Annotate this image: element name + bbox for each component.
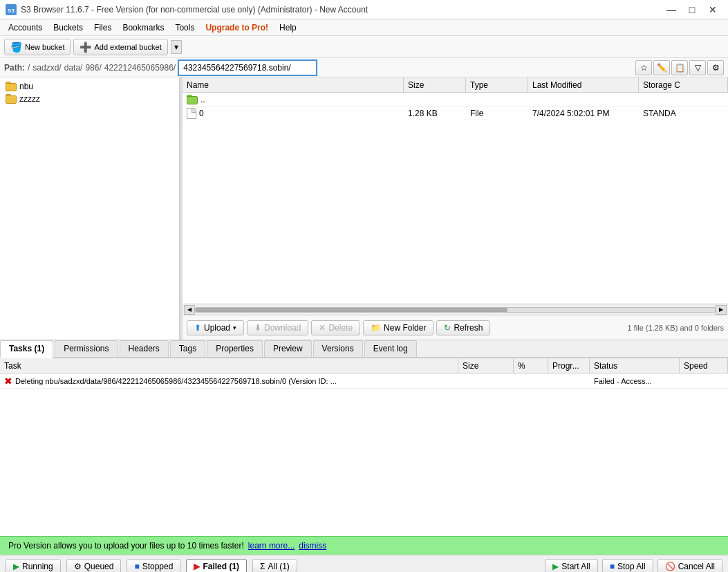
start-all-label: Start All — [561, 562, 590, 571]
tab-permissions[interactable]: Permissions — [55, 340, 118, 357]
download-button[interactable]: ⬇ Download — [247, 320, 308, 335]
tasks-col-pct[interactable]: % — [514, 358, 548, 373]
file-cell-name-1: 0 — [183, 108, 404, 119]
file-list-area: Name Size Type Last Modified Storage C .… — [183, 77, 728, 340]
col-header-modified[interactable]: Last Modified — [528, 77, 639, 92]
tasks-col-speed[interactable]: Speed — [680, 358, 728, 373]
tab-tags[interactable]: Tags — [170, 340, 205, 357]
path-sep: / — [28, 63, 30, 73]
table-row[interactable]: .. — [183, 93, 728, 107]
sidebar-item-nbu[interactable]: nbu — [0, 80, 179, 93]
all-button[interactable]: Σ All (1) — [252, 559, 297, 573]
running-icon: ▶ — [13, 562, 19, 571]
pro-banner-link[interactable]: learn more... — [248, 541, 295, 551]
menu-tools[interactable]: Tools — [169, 21, 200, 34]
tasks-tabs: Tasks (1) Permissions Headers Tags Prope… — [0, 340, 728, 358]
stop-all-icon: ■ — [610, 562, 615, 571]
download-label: Download — [264, 323, 301, 333]
tab-versions[interactable]: Versions — [313, 340, 363, 357]
queued-button[interactable]: ⚙ Queued — [66, 559, 122, 573]
queued-icon: ⚙ — [74, 562, 82, 571]
pro-banner: Pro Version allows you to upload your fi… — [0, 536, 728, 555]
toolbar-dropdown-arrow[interactable]: ▾ — [171, 40, 182, 54]
sidebar-item-zzzzz[interactable]: zzzzz — [0, 93, 179, 105]
path-filter-button[interactable]: ▽ — [689, 60, 706, 75]
upload-icon: ⬆ — [194, 323, 201, 333]
path-seg-3[interactable]: 422212465065986/ — [104, 63, 176, 73]
col-header-size[interactable]: Size — [404, 77, 466, 92]
file-status-text: 1 file (1.28 KB) and 0 folders — [628, 324, 724, 332]
path-settings-button[interactable]: ⚙ — [707, 60, 724, 75]
menu-help[interactable]: Help — [274, 21, 302, 34]
path-input[interactable] — [178, 60, 317, 75]
failed-button[interactable]: ▶ Failed (1) — [186, 559, 247, 573]
title-controls: — □ ✕ — [662, 3, 722, 17]
refresh-icon: ↻ — [444, 323, 451, 333]
start-all-button[interactable]: ▶ Start All — [545, 559, 597, 573]
stopped-button[interactable]: ■ Stopped — [127, 559, 180, 573]
new-bucket-label: New bucket — [25, 43, 64, 51]
new-folder-button[interactable]: 📁 New Folder — [363, 320, 433, 335]
sidebar-item-zzzzz-label: zzzzz — [19, 94, 40, 104]
tab-properties[interactable]: Properties — [207, 340, 263, 357]
close-button[interactable]: ✕ — [703, 3, 722, 17]
new-bucket-button[interactable]: 🪣 New bucket — [4, 39, 71, 55]
tasks-col-progr[interactable]: Progr... — [548, 358, 590, 373]
task-row-0[interactable]: ✖ Deleting nbu/sadzxd/data/986/422212465… — [0, 373, 728, 389]
sidebar: nbu zzzzz — [0, 77, 180, 340]
menu-bookmarks[interactable]: Bookmarks — [117, 21, 169, 34]
col-header-type[interactable]: Type — [466, 77, 528, 92]
cancel-all-button[interactable]: 🚫 Cancel All — [657, 559, 722, 573]
tasks-col-size[interactable]: Size — [458, 358, 514, 373]
maximize-button[interactable]: □ — [682, 3, 702, 17]
queued-label: Queued — [84, 562, 114, 571]
refresh-button[interactable]: ↻ Refresh — [436, 320, 490, 335]
folder-icon-nbu — [6, 82, 17, 91]
tasks-col-status[interactable]: Status — [590, 358, 680, 373]
tab-tasks[interactable]: Tasks (1) — [0, 340, 53, 358]
status-right: ▶ Start All ■ Stop All 🚫 Cancel All — [545, 559, 722, 573]
tab-eventlog[interactable]: Event log — [364, 340, 417, 357]
tab-headers[interactable]: Headers — [120, 340, 169, 357]
upload-button[interactable]: ⬆ Upload ▾ — [187, 320, 244, 335]
path-seg-2[interactable]: 986/ — [85, 63, 101, 73]
stop-all-button[interactable]: ■ Stop All — [602, 559, 653, 573]
upload-dropdown-icon[interactable]: ▾ — [233, 324, 236, 331]
delete-label: Delete — [328, 323, 353, 333]
path-copy-button[interactable]: 📋 — [671, 60, 688, 75]
col-header-name[interactable]: Name — [183, 77, 404, 92]
scrollbar-thumb[interactable] — [196, 308, 507, 312]
tab-preview[interactable]: Preview — [264, 340, 312, 357]
path-seg-0[interactable]: sadzxd/ — [32, 63, 61, 73]
new-bucket-icon: 🪣 — [10, 41, 22, 53]
add-external-bucket-button[interactable]: ➕ Add external bucket — [73, 39, 167, 55]
file-list-header: Name Size Type Last Modified Storage C — [183, 77, 728, 93]
running-button[interactable]: ▶ Running — [6, 559, 61, 573]
minimize-button[interactable]: — — [662, 3, 681, 17]
file-list-scrollbar[interactable]: ◀ ▶ — [183, 304, 728, 315]
start-all-icon: ▶ — [552, 562, 559, 571]
main-layout: nbu zzzzz Name Size Type Last Modified S… — [0, 77, 728, 340]
col-header-storage[interactable]: Storage C — [639, 77, 728, 92]
path-star-button[interactable]: ☆ — [635, 60, 652, 75]
scroll-right-arrow[interactable]: ▶ — [716, 305, 727, 315]
tasks-col-task[interactable]: Task — [0, 358, 458, 373]
path-label: Path: — [4, 63, 25, 73]
path-bar-icons: ☆ ✏️ 📋 ▽ ⚙ — [635, 60, 724, 75]
delete-button[interactable]: ✕ Delete — [311, 320, 360, 335]
menu-files[interactable]: Files — [88, 21, 117, 34]
path-seg-1[interactable]: data/ — [64, 63, 83, 73]
file-cell-name-0: .. — [183, 95, 404, 104]
all-icon: Σ — [260, 562, 265, 571]
menu-buckets[interactable]: Buckets — [48, 21, 88, 34]
scrollbar-track[interactable] — [195, 307, 716, 313]
table-row[interactable]: 0 1.28 KB File 7/4/2024 5:02:01 PM STAND… — [183, 107, 728, 120]
path-edit-button[interactable]: ✏️ — [653, 60, 670, 75]
tasks-panel: Tasks (1) Permissions Headers Tags Prope… — [0, 340, 728, 555]
menu-accounts[interactable]: Accounts — [3, 21, 48, 34]
menu-bar: Accounts Buckets Files Bookmarks Tools U… — [0, 19, 728, 36]
menu-upgrade[interactable]: Upgrade to Pro! — [200, 21, 274, 34]
pro-banner-dismiss[interactable]: dismiss — [299, 541, 326, 551]
scroll-left-arrow[interactable]: ◀ — [184, 305, 195, 315]
file-name-0: .. — [200, 95, 205, 104]
